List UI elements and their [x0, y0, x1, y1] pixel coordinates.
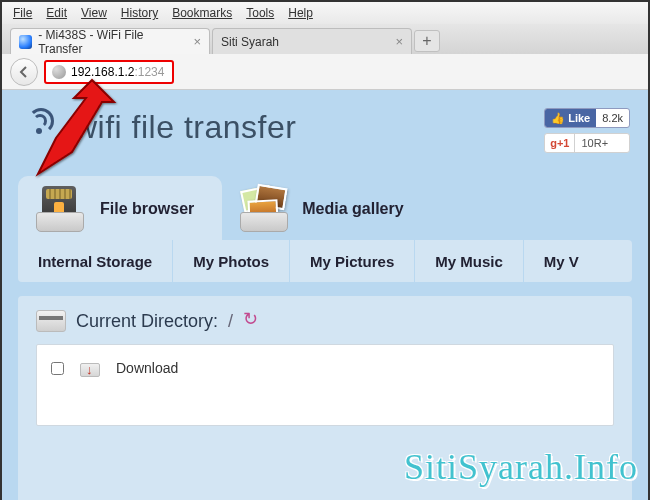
- tab-label: - Mi438S - WiFi File Transfer: [38, 28, 181, 56]
- chevron-left-icon: [17, 65, 31, 79]
- thumbs-up-icon: 👍: [551, 112, 565, 125]
- social-buttons: 👍Like 8.2k g+1 10R+: [544, 108, 630, 153]
- browser-toolbar: 192.168.1.2:1234: [2, 54, 648, 90]
- menu-bookmarks[interactable]: Bookmarks: [165, 4, 239, 22]
- list-item[interactable]: ↓ Download: [51, 359, 599, 377]
- current-directory: Current Directory: /: [36, 310, 614, 332]
- page-content: wifi file transfer 👍Like 8.2k g+1 10R+ F…: [2, 90, 648, 500]
- favicon-icon: [19, 35, 32, 49]
- window-frame: File Edit View History Bookmarks Tools H…: [0, 0, 650, 500]
- storage-item-pictures[interactable]: My Pictures: [290, 240, 415, 282]
- url-text: 192.168.1.2:1234: [71, 65, 164, 79]
- drive-icon: [36, 310, 66, 332]
- globe-icon: [52, 65, 66, 79]
- gplus-count: 10R+: [575, 137, 614, 149]
- new-tab-button[interactable]: +: [414, 30, 440, 52]
- facebook-like-button[interactable]: 👍Like 8.2k: [544, 108, 630, 128]
- curdir-path: /: [228, 311, 233, 332]
- google-plus-button[interactable]: g+1 10R+: [544, 133, 630, 153]
- menu-file[interactable]: File: [6, 4, 39, 22]
- menu-edit[interactable]: Edit: [39, 4, 74, 22]
- app-tabs: File browser Media gallery: [18, 176, 632, 240]
- photos-folder-icon: [238, 186, 290, 232]
- fb-like-count: 8.2k: [596, 112, 629, 124]
- gplus-icon: g: [550, 137, 557, 149]
- tab-label: Siti Syarah: [221, 35, 279, 49]
- gplus-label: +1: [557, 137, 570, 149]
- page-title: wifi file transfer: [74, 109, 296, 146]
- wifi-icon: [18, 106, 66, 148]
- tab-media-gallery[interactable]: Media gallery: [222, 176, 431, 240]
- menu-history[interactable]: History: [114, 4, 165, 22]
- close-tab-icon[interactable]: ×: [395, 34, 403, 49]
- sdcard-folder-icon: [34, 186, 88, 232]
- file-list: ↓ Download: [36, 344, 614, 426]
- menu-view[interactable]: View: [74, 4, 114, 22]
- tab-label: File browser: [100, 200, 194, 218]
- row-label: Download: [116, 360, 178, 376]
- storage-nav: Internal Storage My Photos My Pictures M…: [18, 240, 632, 282]
- tab-file-browser[interactable]: File browser: [18, 176, 222, 240]
- browser-tab[interactable]: - Mi438S - WiFi File Transfer ×: [10, 28, 210, 54]
- close-tab-icon[interactable]: ×: [193, 34, 201, 49]
- url-port: :1234: [134, 65, 164, 79]
- menu-tools[interactable]: Tools: [239, 4, 281, 22]
- back-button[interactable]: [10, 58, 38, 86]
- file-panel: Current Directory: / ↓ Download: [18, 296, 632, 500]
- row-checkbox[interactable]: [51, 362, 64, 375]
- fb-like-label: Like: [568, 112, 590, 124]
- storage-item-videos[interactable]: My V: [524, 240, 599, 282]
- download-folder-icon: ↓: [80, 359, 100, 377]
- page-header: wifi file transfer: [18, 106, 632, 148]
- browser-menubar: File Edit View History Bookmarks Tools H…: [2, 2, 648, 24]
- curdir-label: Current Directory:: [76, 311, 218, 332]
- url-host: 192.168.1.2: [71, 65, 134, 79]
- storage-item-internal[interactable]: Internal Storage: [18, 240, 173, 282]
- storage-item-music[interactable]: My Music: [415, 240, 524, 282]
- tab-label: Media gallery: [302, 200, 403, 218]
- address-bar[interactable]: 192.168.1.2:1234: [44, 60, 174, 84]
- browser-tab[interactable]: Siti Syarah ×: [212, 28, 412, 54]
- refresh-icon[interactable]: [243, 312, 261, 330]
- menu-help[interactable]: Help: [281, 4, 320, 22]
- browser-tabbar: - Mi438S - WiFi File Transfer × Siti Sya…: [2, 24, 648, 54]
- storage-item-photos[interactable]: My Photos: [173, 240, 290, 282]
